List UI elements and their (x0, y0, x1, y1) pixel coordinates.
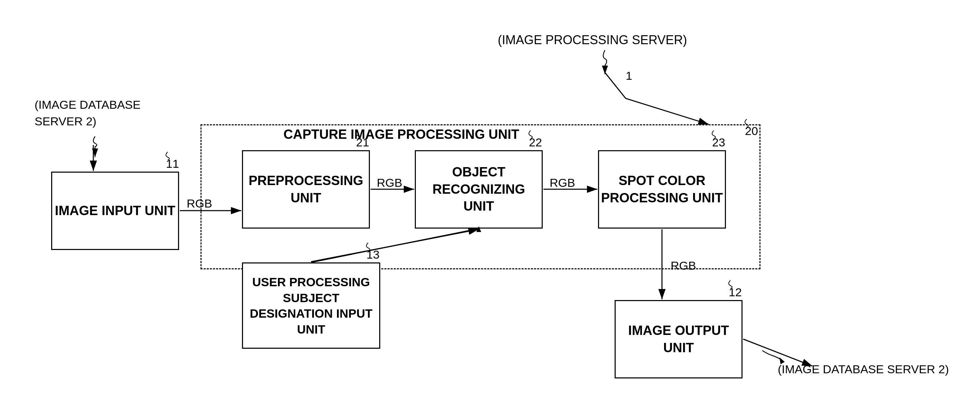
preprocessing-unit-box: PREPROCESSING UNIT (242, 150, 370, 228)
image-processing-server-label: (IMAGE PROCESSING SERVER) (498, 33, 687, 47)
image-database-server-right-label: (IMAGE DATABASE SERVER 2) (778, 363, 949, 376)
svg-marker-9 (780, 357, 785, 364)
rgb-label-1: RGB (187, 197, 212, 210)
rgb-label-4: RGB (671, 259, 696, 273)
squiggle-12 (720, 279, 741, 289)
squiggle-13 (358, 241, 379, 251)
image-output-unit-box: IMAGE OUTPUT UNIT (615, 300, 743, 378)
user-processing-unit-box: USER PROCESSING SUBJECT DESIGNATION INPU… (242, 262, 380, 349)
server-arrow (588, 48, 622, 76)
object-recognizing-unit-box: OBJECT RECOGNIZING UNIT (415, 150, 543, 228)
spot-color-processing-unit-box: SPOT COLOR PROCESSING UNIT (598, 150, 726, 228)
rgb-label-2: RGB (377, 176, 402, 190)
squiggle-22 (520, 129, 541, 139)
diagram: CAPTURE IMAGE PROCESSING UNIT 20 (IMAGE … (0, 0, 980, 414)
rgb-label-3: RGB (550, 176, 575, 190)
db-server-right-arrow (760, 349, 788, 366)
image-input-unit-box: IMAGE INPUT UNIT (51, 171, 179, 250)
image-database-server-left-label: (IMAGE DATABASESERVER 2) (35, 97, 141, 130)
ref-1: 1 (626, 69, 632, 82)
squiggle-11 (157, 150, 178, 160)
squiggle-23 (703, 129, 724, 139)
capture-image-processing-label: CAPTURE IMAGE PROCESSING UNIT (283, 127, 519, 142)
db-server-left-arrow (83, 135, 107, 159)
squiggle-20 (736, 117, 757, 128)
squiggle-21 (347, 129, 368, 139)
